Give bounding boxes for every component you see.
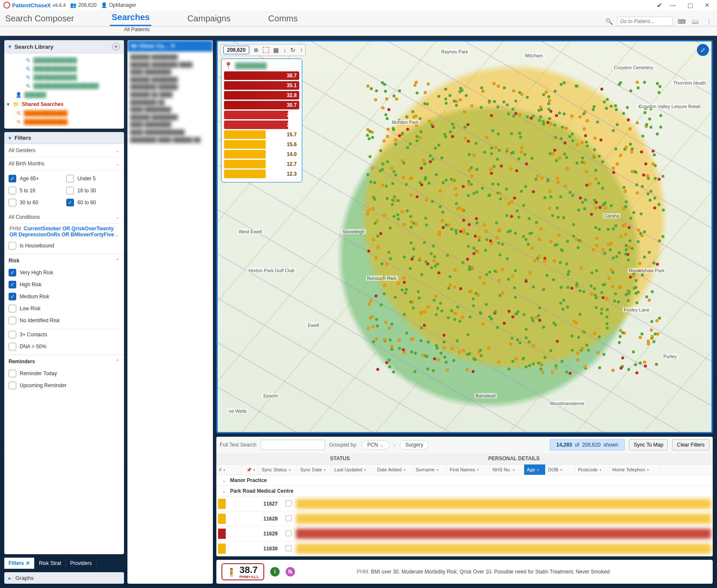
app-version: v6.6.4 <box>53 3 66 8</box>
tab-comms[interactable]: Comms <box>266 11 299 26</box>
patient-count-stat: 👥 208,620 <box>70 2 97 8</box>
window-close[interactable]: ✕ <box>701 2 714 9</box>
user-role[interactable]: 👤 OpManager <box>101 2 136 8</box>
user-icon: 👤 <box>101 2 107 8</box>
keyboard-icon[interactable]: ⌨ <box>677 17 686 26</box>
app-brand: PatientChaseX v6.6.4 <box>3 2 66 9</box>
people-icon: 👥 <box>70 2 77 8</box>
user-role-label: OpManager <box>109 2 136 8</box>
tab-search-composer[interactable]: Search Composer <box>3 11 76 26</box>
status-ok-icon: ✔ <box>657 1 662 9</box>
window-minimize[interactable]: — <box>667 2 679 9</box>
subtab-label[interactable]: All Patients <box>124 26 150 32</box>
tab-campaigns[interactable]: Campaigns <box>186 11 232 26</box>
main-tabs: Search Composer Searches Campaigns Comms… <box>0 10 717 26</box>
sub-tab-bar: All Patients <box>0 26 717 36</box>
app-name: PatientChaseX <box>12 2 51 9</box>
app-logo-icon <box>3 2 10 9</box>
goto-patient-input[interactable] <box>617 17 673 26</box>
goto-search-icon[interactable]: 🔍 <box>605 18 613 25</box>
tab-searches[interactable]: Searches <box>110 10 151 26</box>
kebab-menu-icon[interactable]: ⋮ <box>704 17 714 26</box>
window-maximize[interactable]: ▢ <box>684 2 696 9</box>
patient-count-value: 208,620 <box>78 2 97 8</box>
titlebar: PatientChaseX v6.6.4 👥 208,620 👤 OpManag… <box>0 0 717 10</box>
book-icon[interactable]: 📖 <box>690 17 700 26</box>
